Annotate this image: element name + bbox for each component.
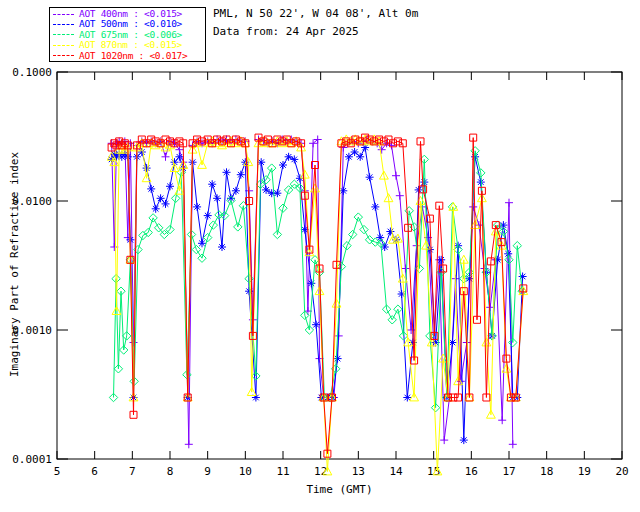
legend-item-3: AOT 870nm : <0.015> [53, 40, 205, 50]
x-tick-label: 18 [540, 465, 553, 478]
x-tick-label: 5 [54, 465, 61, 478]
legend-line-sample [53, 34, 74, 35]
legend-box: AOT 400nm : <0.015>AOT 500nm : <0.010>AO… [49, 7, 206, 62]
data-date: Data from: 24 Apr 2025 [213, 23, 418, 41]
legend-line-sample [53, 55, 74, 56]
x-tick-label: 13 [352, 465, 365, 478]
x-axis-title: Time (GMT) [57, 483, 622, 496]
x-tick-label: 19 [578, 465, 591, 478]
x-tick-label: 8 [167, 465, 174, 478]
plot-page: 5678910111213141516171819200.10000.01000… [0, 0, 640, 512]
x-tick-label: 10 [239, 465, 252, 478]
x-tick-label: 14 [389, 465, 403, 478]
chart-plot-area: 5678910111213141516171819200.10000.01000… [0, 0, 640, 512]
x-tick-label: 6 [91, 465, 98, 478]
legend-item-label: AOT 1020nm : <0.017> [79, 51, 187, 61]
x-tick-label: 20 [615, 465, 628, 478]
x-tick-label: 16 [465, 465, 478, 478]
legend-line-sample [53, 45, 74, 46]
legend-item-4: AOT 1020nm : <0.017> [53, 51, 205, 61]
x-tick-label: 11 [276, 465, 289, 478]
x-tick-label: 17 [502, 465, 515, 478]
x-tick-label: 15 [427, 465, 440, 478]
x-tick-label: 9 [204, 465, 211, 478]
legend-line-sample [53, 14, 74, 15]
y-axis-title: Imaginary Part of Refractive index [8, 65, 21, 465]
header-text: PML, N 50 22', W 04 08', Alt 0m Data fro… [213, 5, 418, 41]
x-tick-label: 7 [129, 465, 136, 478]
station-info: PML, N 50 22', W 04 08', Alt 0m [213, 5, 418, 23]
legend-line-sample [53, 24, 74, 25]
